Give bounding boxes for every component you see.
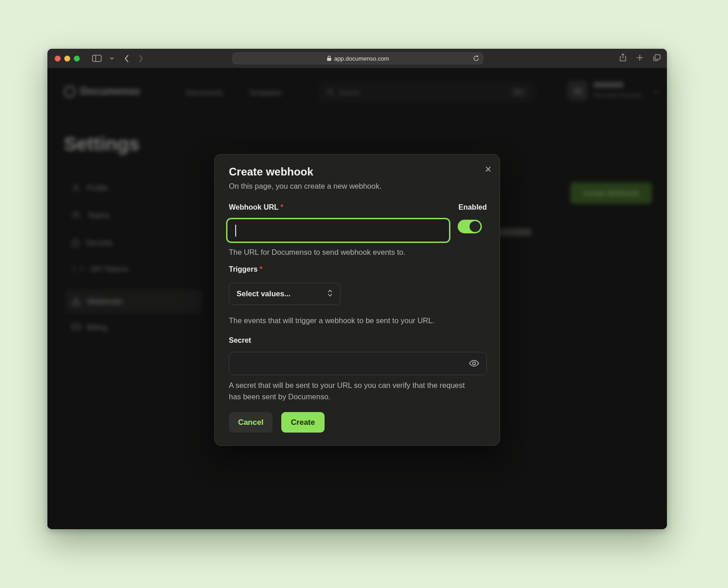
close-icon[interactable]: ✕: [482, 163, 495, 175]
text-cursor: [235, 225, 236, 237]
modal-title: Create webhook: [229, 165, 313, 178]
new-tab-icon[interactable]: [636, 54, 643, 63]
modal-subtitle: On this page, you can create a new webho…: [229, 182, 382, 191]
triggers-select[interactable]: Select values...: [229, 283, 341, 305]
create-webhook-modal: Create webhook ✕ On this page, you can c…: [214, 154, 500, 446]
toggle-knob: [470, 221, 480, 232]
sidebar-chevron-icon[interactable]: [110, 57, 114, 60]
lock-icon: [327, 56, 331, 61]
tab-overview-icon[interactable]: [653, 54, 661, 63]
triggers-label: Triggers *: [229, 265, 263, 273]
chevrons-up-down-icon: [327, 289, 333, 299]
webhook-url-help: The URL for Documenso to send webhook ev…: [229, 247, 405, 258]
page-content: Documenso Documents Templates Search ⌘K …: [47, 68, 667, 529]
forward-icon[interactable]: [139, 55, 143, 62]
back-icon[interactable]: [124, 55, 129, 62]
secret-input[interactable]: [229, 352, 487, 375]
minimize-window-button[interactable]: [64, 56, 70, 62]
share-icon[interactable]: [620, 53, 626, 63]
enabled-toggle[interactable]: [458, 220, 482, 233]
traffic-lights: [55, 56, 80, 62]
browser-window: app.documenso.com: [47, 49, 667, 529]
webhook-url-input[interactable]: [226, 218, 450, 243]
address-url: app.documenso.com: [334, 55, 389, 62]
secret-help: A secret that will be sent to your URL s…: [229, 380, 468, 402]
eye-icon[interactable]: [468, 358, 480, 370]
address-bar[interactable]: app.documenso.com: [232, 52, 483, 64]
required-asterisk: *: [260, 265, 263, 273]
zoom-window-button[interactable]: [74, 56, 80, 62]
secret-label: Secret: [229, 336, 251, 345]
triggers-select-value: Select values...: [237, 289, 290, 298]
sidebar-toggle-icon[interactable]: [92, 55, 102, 62]
browser-titlebar: app.documenso.com: [47, 49, 667, 68]
cancel-button[interactable]: Cancel: [229, 412, 273, 433]
reload-icon[interactable]: [473, 55, 479, 63]
close-window-button[interactable]: [55, 56, 61, 62]
triggers-help: The events that will trigger a webhook t…: [229, 315, 434, 326]
create-button[interactable]: Create: [281, 412, 325, 433]
enabled-label: Enabled: [229, 203, 487, 211]
